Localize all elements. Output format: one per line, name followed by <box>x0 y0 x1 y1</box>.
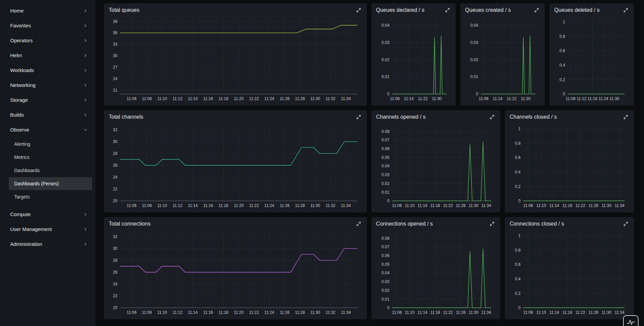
svg-text:11:26: 11:26 <box>456 203 465 208</box>
svg-text:0.03: 0.03 <box>381 172 389 177</box>
sidebar-item-label: User Management <box>10 226 52 233</box>
sidebar-subitem-label: Alerting <box>14 141 30 147</box>
line-chart[interactable]: 11:0611:0811:1011:1211:1411:1611:1811:20… <box>109 121 362 210</box>
line-chart[interactable]: 11:0611:1011:1411:1811:2211:2611:3011:34… <box>510 121 629 210</box>
svg-text:0.2: 0.2 <box>515 291 521 296</box>
sidebar-item-observe[interactable]: Observe <box>0 122 96 137</box>
svg-text:11:16: 11:16 <box>203 203 213 208</box>
svg-text:0.04: 0.04 <box>470 23 479 28</box>
svg-text:0.06: 0.06 <box>381 146 389 151</box>
sidebar-subitem-alerting[interactable]: Alerting <box>9 138 92 150</box>
sidebar-item-compute[interactable]: Compute <box>0 207 96 222</box>
svg-text:11:14: 11:14 <box>188 203 198 208</box>
svg-text:11:30: 11:30 <box>521 96 531 101</box>
sidebar-subitem-dashboards[interactable]: Dashboards <box>9 164 92 177</box>
sidebar-item-helm[interactable]: Helm <box>0 48 96 63</box>
line-chart[interactable]: 11:0611:1211:1811:2411:3000.20.40.60.81 <box>554 14 629 103</box>
expand-icon[interactable] <box>622 220 629 227</box>
sidebar-subitem-label: Targets <box>14 194 30 200</box>
expand-icon[interactable] <box>355 7 362 14</box>
line-chart[interactable]: 11:0611:1011:1411:1811:2211:2611:3011:34… <box>376 121 496 210</box>
sidebar-item-label: Administration <box>10 241 42 248</box>
panel-total-connections: Total connections 11:0611:0811:1011:1211… <box>104 217 367 319</box>
sidebar-item-networking[interactable]: Networking <box>0 78 96 93</box>
expand-icon[interactable] <box>533 7 540 14</box>
svg-text:11:26: 11:26 <box>589 310 598 315</box>
line-chart[interactable]: 11:0611:1011:1411:1811:2211:2611:3011:34… <box>510 228 629 317</box>
expand-icon[interactable] <box>355 114 362 120</box>
svg-text:11:16: 11:16 <box>203 96 213 101</box>
svg-text:11:14: 11:14 <box>549 203 559 208</box>
line-chart[interactable]: 11:0611:0811:1011:1211:1411:1611:1811:20… <box>109 228 362 317</box>
floating-chart-button[interactable] <box>623 315 639 326</box>
chart-svg: 11:0611:1411:2211:3000.010.020.030.04 <box>465 14 540 103</box>
svg-text:11:14: 11:14 <box>188 96 198 101</box>
line-chart[interactable]: 11:0611:1011:1411:1811:2211:2611:3011:34… <box>376 228 496 317</box>
svg-text:11:26: 11:26 <box>280 310 289 315</box>
svg-text:0.6: 0.6 <box>560 48 565 53</box>
panel-channels-opened-s: Channels opened / s 11:0611:1011:1411:18… <box>371 110 500 212</box>
svg-text:24: 24 <box>113 76 118 81</box>
svg-text:11:06: 11:06 <box>127 96 136 101</box>
svg-text:1: 1 <box>518 233 521 238</box>
chart-svg: 11:0611:1011:1411:1811:2211:2611:3011:34… <box>510 121 629 210</box>
svg-text:11:10: 11:10 <box>157 203 167 208</box>
panel-header: Channels opened / s <box>376 114 496 120</box>
sidebar-item-builds[interactable]: Builds <box>0 108 96 122</box>
svg-text:0.01: 0.01 <box>470 74 479 79</box>
svg-text:0.8: 0.8 <box>560 34 565 39</box>
svg-text:11:06: 11:06 <box>392 203 402 208</box>
sidebar-item-storage[interactable]: Storage <box>0 93 96 108</box>
sidebar-subitem-dashboards-perses[interactable]: Dashboards (Perses) <box>9 177 92 190</box>
svg-text:36: 36 <box>113 30 118 35</box>
svg-text:33: 33 <box>113 42 118 47</box>
chevron-right-icon <box>83 9 87 13</box>
expand-icon[interactable] <box>622 114 629 120</box>
panel-title: Connections closed / s <box>510 221 564 227</box>
sidebar-item-operators[interactable]: Operators <box>0 33 96 48</box>
svg-text:0: 0 <box>563 92 565 96</box>
line-chart[interactable]: 11:0611:1411:2211:3000.010.020.030.04 <box>376 14 451 103</box>
svg-text:11:22: 11:22 <box>249 203 259 208</box>
sidebar-item-workloads[interactable]: Workloads <box>0 63 96 78</box>
svg-text:11:24: 11:24 <box>264 96 274 101</box>
sidebar-subitem-targets[interactable]: Targets <box>9 190 92 203</box>
chart-svg: 11:0611:1011:1411:1811:2211:2611:3011:34… <box>376 228 496 317</box>
expand-icon[interactable] <box>444 7 451 14</box>
svg-text:1: 1 <box>518 126 521 131</box>
panel-header: Total queues <box>109 7 362 14</box>
sidebar-item-label: Workloads <box>10 67 34 74</box>
svg-text:0.03: 0.03 <box>381 279 389 284</box>
svg-text:39: 39 <box>113 19 118 24</box>
svg-text:0.05: 0.05 <box>381 155 389 160</box>
chevron-right-icon <box>83 39 87 43</box>
expand-icon[interactable] <box>355 220 362 227</box>
sidebar-item-administration[interactable]: Administration <box>0 237 96 252</box>
line-chart[interactable]: 11:0611:1411:2211:3000.010.020.030.04 <box>465 14 540 103</box>
svg-text:28: 28 <box>113 151 118 156</box>
sidebar-item-user-management[interactable]: User Management <box>0 222 96 237</box>
panel-header: Total channels <box>109 114 362 120</box>
expand-icon[interactable] <box>489 114 495 120</box>
expand-icon[interactable] <box>489 220 495 227</box>
expand-icon[interactable] <box>622 7 629 14</box>
svg-text:11:06: 11:06 <box>392 310 402 315</box>
svg-text:11:10: 11:10 <box>157 310 167 315</box>
svg-text:11:22: 11:22 <box>575 203 585 208</box>
svg-text:11:28: 11:28 <box>295 203 305 208</box>
sidebar-item-label: Helm <box>10 52 22 59</box>
panel-title: Queues declared / s <box>376 7 424 13</box>
svg-text:0.05: 0.05 <box>381 262 389 267</box>
sidebar-subitem-metrics[interactable]: Metrics <box>9 151 92 164</box>
chevron-right-icon <box>83 113 87 117</box>
svg-text:11:26: 11:26 <box>456 310 465 315</box>
panel-queues-created-s: Queues created / s 11:0611:1411:2211:300… <box>460 3 545 106</box>
sidebar-item-favorites[interactable]: Favorites <box>0 18 96 33</box>
chart-svg: 11:0611:1211:1811:2411:3000.20.40.60.81 <box>554 14 629 103</box>
svg-text:11:18: 11:18 <box>430 310 440 315</box>
svg-text:11:10: 11:10 <box>405 310 414 315</box>
svg-text:11:12: 11:12 <box>173 96 182 101</box>
line-chart[interactable]: 11:0611:0811:1011:1211:1411:1611:1811:20… <box>109 14 362 103</box>
sidebar-item-home[interactable]: Home <box>0 3 96 18</box>
svg-text:11:12: 11:12 <box>173 203 182 208</box>
